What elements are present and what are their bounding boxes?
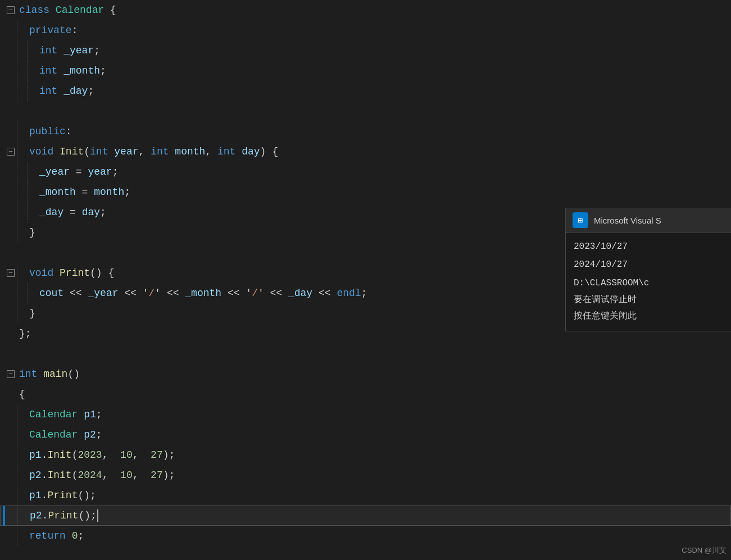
- indent-guide-23-0: [17, 445, 27, 465]
- indent-guide-11-1: [27, 202, 37, 222]
- code-content-2: private:: [29, 25, 78, 36]
- left-bar-26: [3, 506, 5, 526]
- fold-area-19[interactable]: −: [4, 370, 17, 378]
- indent-guide-26-0: [17, 506, 28, 526]
- terminal-icon: ⊞: [573, 212, 588, 228]
- fold-area-8[interactable]: −: [4, 148, 17, 156]
- code-line-6: [0, 101, 731, 121]
- code-content-7: public:: [29, 126, 72, 137]
- terminal-output-2: 2024/10/27: [574, 258, 723, 272]
- code-content-1: class Calendar {: [19, 4, 116, 16]
- code-line-20: {: [0, 384, 731, 404]
- code-content-20: {: [19, 389, 25, 400]
- fold-minus-icon-1[interactable]: −: [7, 6, 15, 14]
- indent-guide-24-0: [17, 465, 27, 485]
- indent-guide-25-0: [17, 485, 27, 506]
- indent-guide-15-0: [17, 283, 27, 303]
- indent-guide-8-0: [17, 142, 27, 162]
- fold-minus-icon-8[interactable]: −: [7, 148, 15, 156]
- code-content-24: p2.Init(2024, 10, 27);: [29, 470, 175, 481]
- code-content-10: _month = month;: [39, 186, 130, 198]
- indent-guide-2-0: [17, 20, 27, 40]
- code-content-25: p1.Print();: [29, 490, 96, 501]
- terminal-msg-2: 按任意键关闭此: [574, 309, 723, 324]
- terminal-title: Microsoft Visual S: [594, 216, 661, 225]
- code-line-24: p2.Init(2024, 10, 27);: [0, 465, 731, 485]
- left-bar-20: [2, 384, 4, 404]
- left-bar-17: [2, 324, 4, 344]
- left-bar-21: [2, 404, 4, 425]
- code-line-9: _year = year;: [0, 162, 731, 182]
- left-bar-12: [2, 222, 4, 243]
- code-content-19: int main(): [19, 368, 80, 380]
- code-content-4: int _month;: [39, 65, 106, 76]
- indent-guide-4-1: [27, 61, 37, 81]
- terminal-overlay: ⊞ Microsoft Visual S 2023/10/27 2024/10/…: [565, 208, 731, 331]
- fold-area-14[interactable]: −: [4, 269, 17, 277]
- indent-guide-3-1: [27, 40, 37, 61]
- code-content-12: }: [29, 227, 35, 238]
- code-line-19: −int main(): [0, 364, 731, 384]
- code-line-10: _month = month;: [0, 182, 731, 202]
- indent-guide-21-0: [17, 404, 27, 425]
- code-line-26: p2.Print();: [0, 506, 731, 526]
- code-line-2: private:: [0, 20, 731, 40]
- left-bar-15: [2, 283, 4, 303]
- indent-guide-7-0: [17, 121, 27, 142]
- left-bar-9: [2, 162, 4, 182]
- code-content-5: int _day;: [39, 85, 94, 97]
- left-bar-27: [2, 526, 4, 546]
- left-bar-7: [2, 121, 4, 142]
- left-bar-4: [2, 61, 4, 81]
- left-bar-24: [2, 465, 4, 485]
- code-line-5: int _day;: [0, 81, 731, 101]
- indent-guide-12-0: [17, 222, 27, 243]
- code-content-11: _day = day;: [39, 207, 106, 218]
- code-content-15: cout << _year << '/' << _month << '/' <<…: [39, 288, 367, 299]
- fold-minus-icon-14[interactable]: −: [7, 269, 15, 277]
- left-bar-6: [2, 101, 4, 121]
- code-line-1: −class Calendar {: [0, 0, 731, 20]
- left-bar-5: [2, 81, 4, 101]
- indent-guide-14-0: [17, 263, 27, 283]
- indent-guide-3-0: [17, 40, 27, 61]
- code-content-9: _year = year;: [39, 166, 118, 177]
- code-content-14: void Print() {: [29, 267, 114, 279]
- terminal-body: 2023/10/27 2024/10/27 D:\CLASSROOM\c 要在调…: [566, 233, 731, 331]
- code-content-26: p2.Print();: [30, 509, 98, 522]
- watermark: CSDN @川艾: [682, 545, 727, 556]
- indent-guide-15-1: [27, 283, 37, 303]
- editor-area: −class Calendar {private:int _year;int _…: [0, 0, 731, 560]
- terminal-path: D:\CLASSROOM\c: [574, 276, 723, 291]
- code-line-25: p1.Print();: [0, 485, 731, 506]
- code-content-16: }: [29, 308, 35, 319]
- fold-area-1[interactable]: −: [4, 6, 17, 14]
- left-bar-3: [2, 40, 4, 61]
- left-bar-22: [2, 425, 4, 445]
- code-content-23: p1.Init(2023, 10, 27);: [29, 449, 175, 461]
- left-bar-13: [2, 243, 4, 263]
- fold-minus-icon-19[interactable]: −: [7, 370, 15, 378]
- terminal-msg-1: 要在调试停止时: [574, 293, 723, 308]
- indent-guide-16-0: [17, 303, 27, 324]
- indent-guide-27-0: [17, 526, 27, 546]
- indent-guide-5-1: [27, 81, 37, 101]
- code-line-3: int _year;: [0, 40, 731, 61]
- terminal-output-1: 2023/10/27: [574, 240, 723, 254]
- code-content-8: void Init(int year, int month, int day) …: [29, 146, 278, 157]
- left-bar-10: [2, 182, 4, 202]
- code-line-27: return 0;: [0, 526, 731, 546]
- terminal-header: ⊞ Microsoft Visual S: [566, 208, 731, 233]
- left-bar-25: [2, 485, 4, 506]
- code-line-4: int _month;: [0, 61, 731, 81]
- left-bar-18: [2, 344, 4, 364]
- indent-guide-22-0: [17, 425, 27, 445]
- code-line-8: −void Init(int year, int month, int day)…: [0, 142, 731, 162]
- code-line-23: p1.Init(2023, 10, 27);: [0, 445, 731, 465]
- left-bar-16: [2, 303, 4, 324]
- code-line-7: public:: [0, 121, 731, 142]
- indent-guide-4-0: [17, 61, 27, 81]
- indent-guide-11-0: [17, 202, 27, 222]
- code-content-17: };: [19, 328, 31, 339]
- code-line-18: [0, 344, 731, 364]
